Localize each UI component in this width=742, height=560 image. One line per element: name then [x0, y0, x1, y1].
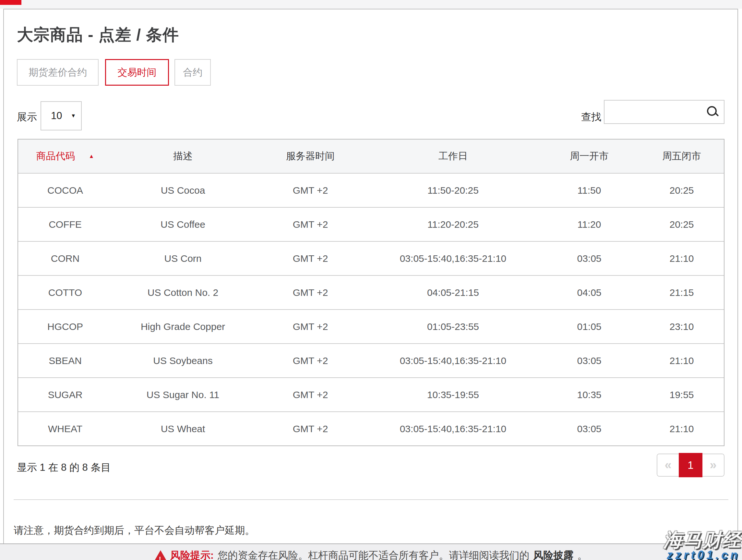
col-header-code-label: 商品代码: [36, 150, 75, 163]
table-row: SUGAR US Sugar No. 11 GMT +2 10:35-19:55…: [18, 377, 724, 411]
cell-code: COTTO: [18, 287, 112, 298]
table-row: COTTO US Cotton No. 2 GMT +2 04:05-21:15…: [18, 275, 724, 309]
col-header-friday-close[interactable]: 周五闭市: [639, 150, 724, 163]
cell-workday: 11:20-20:25: [367, 219, 539, 230]
cell-server-time: GMT +2: [254, 219, 367, 230]
cell-monday-open: 11:20: [539, 219, 639, 230]
risk-label: 风险提示:: [170, 549, 214, 560]
risk-text: 您的资金存在风险。杠杆商品可能不适合所有客户。请详细阅读我们的: [218, 549, 529, 560]
search-label: 查找: [581, 110, 601, 124]
cell-server-time: GMT +2: [254, 389, 367, 400]
tab-futures-cfd[interactable]: 期货差价合约: [17, 59, 99, 86]
commodities-table: 商品代码 ▲ 描述 服务器时间 工作日 周一开市 周五闭市 COCOA US C…: [17, 139, 725, 446]
cell-monday-open: 10:35: [539, 389, 639, 400]
col-header-workday[interactable]: 工作日: [367, 150, 539, 163]
cell-workday: 03:05-15:40,16:35-21:10: [367, 423, 539, 435]
next-page-button[interactable]: »: [702, 454, 724, 476]
cell-code: WHEAT: [18, 423, 112, 435]
cell-code: COFFE: [18, 219, 112, 230]
prev-page-button[interactable]: «: [657, 454, 679, 476]
current-page-button[interactable]: 1: [679, 453, 702, 477]
top-left-red-mark: [0, 0, 21, 5]
col-header-monday-open[interactable]: 周一开市: [539, 150, 639, 163]
warning-bang: !: [159, 553, 161, 560]
page-size-value: 10: [41, 110, 62, 122]
search-input[interactable]: [604, 101, 724, 123]
cell-desc: US Cotton No. 2: [112, 287, 254, 298]
tab-trading-hours[interactable]: 交易时间: [105, 59, 169, 86]
cell-server-time: GMT +2: [254, 321, 367, 332]
pagination: « 1 »: [657, 454, 725, 476]
cell-workday: 03:05-15:40,16:35-21:10: [367, 355, 539, 366]
table-row: COFFE US Coffee GMT +2 11:20-20:25 11:20…: [18, 207, 724, 241]
sort-asc-icon: ▲: [89, 153, 94, 160]
expiry-note: 请注意，期货合约到期后，平台不会自动帮客户延期。: [14, 524, 255, 537]
page-size-select[interactable]: 10 ▼: [41, 101, 82, 131]
col-header-server-time[interactable]: 服务器时间: [254, 150, 367, 163]
cell-workday: 04:05-21:15: [367, 287, 539, 298]
cell-code: SBEAN: [18, 355, 112, 366]
cell-monday-open: 03:05: [539, 355, 639, 366]
cell-server-time: GMT +2: [254, 355, 367, 366]
show-label: 展示: [17, 110, 37, 124]
top-strip: [0, 0, 742, 9]
tab-contract[interactable]: 合约: [174, 59, 211, 86]
cell-monday-open: 04:05: [539, 287, 639, 298]
table-row: COCOA US Cocoa GMT +2 11:50-20:25 11:50 …: [18, 173, 724, 207]
table-row: CORN US Corn GMT +2 03:05-15:40,16:35-21…: [18, 241, 724, 275]
cell-workday: 10:35-19:55: [367, 389, 539, 400]
cell-monday-open: 03:05: [539, 423, 639, 435]
chevron-down-icon: ▼: [71, 113, 76, 119]
cell-workday: 01:05-23:55: [367, 321, 539, 332]
search-box: [604, 100, 725, 124]
search-icon[interactable]: [706, 105, 719, 118]
table-row: SBEAN US Soybeans GMT +2 03:05-15:40,16:…: [18, 343, 724, 377]
warning-triangle-icon: !: [155, 550, 166, 560]
search-handle: [715, 113, 719, 116]
cell-workday: 11:50-20:25: [367, 185, 539, 196]
results-summary: 显示 1 在 8 的 8 条目: [17, 461, 111, 474]
cell-friday-close: 20:25: [639, 219, 724, 230]
table-row: HGCOP High Grade Copper GMT +2 01:05-23:…: [18, 309, 724, 343]
cell-desc: US Coffee: [112, 219, 254, 230]
col-header-desc[interactable]: 描述: [112, 150, 254, 163]
risk-suffix: 。: [577, 549, 587, 560]
cell-monday-open: 11:50: [539, 185, 639, 196]
cell-friday-close: 21:15: [639, 287, 724, 298]
cell-code: COCOA: [18, 185, 112, 196]
table-row: WHEAT US Wheat GMT +2 03:05-15:40,16:35-…: [18, 411, 724, 446]
cell-monday-open: 03:05: [539, 253, 639, 264]
cell-monday-open: 01:05: [539, 321, 639, 332]
search-lens: [707, 106, 717, 116]
risk-warning-row: ! 风险提示: 您的资金存在风险。杠杆商品可能不适合所有客户。请详细阅读我们的 …: [0, 549, 742, 560]
cell-friday-close: 21:10: [639, 253, 724, 264]
cell-server-time: GMT +2: [254, 185, 367, 196]
watermark-site: zzrt01.cn: [667, 548, 740, 560]
section-divider: [14, 499, 728, 500]
cell-code: CORN: [18, 253, 112, 264]
cell-friday-close: 21:10: [639, 423, 724, 435]
risk-disclosure-link[interactable]: 风险披露: [533, 549, 573, 560]
cell-workday: 03:05-15:40,16:35-21:10: [367, 253, 539, 264]
cell-friday-close: 21:10: [639, 355, 724, 366]
table-header-row: 商品代码 ▲ 描述 服务器时间 工作日 周一开市 周五闭市: [18, 140, 724, 173]
cell-friday-close: 20:25: [639, 185, 724, 196]
cell-desc: US Soybeans: [112, 355, 254, 366]
cell-desc: US Wheat: [112, 423, 254, 435]
cell-friday-close: 23:10: [639, 321, 724, 332]
cell-desc: US Sugar No. 11: [112, 389, 254, 400]
cell-friday-close: 19:55: [639, 389, 724, 400]
col-header-code[interactable]: 商品代码 ▲: [18, 150, 112, 163]
cell-desc: US Corn: [112, 253, 254, 264]
cell-desc: US Cocoa: [112, 185, 254, 196]
cell-server-time: GMT +2: [254, 253, 367, 264]
cell-code: HGCOP: [18, 321, 112, 332]
page-title: 大宗商品 - 点差 / 条件: [17, 24, 179, 46]
cell-server-time: GMT +2: [254, 423, 367, 435]
cell-code: SUGAR: [18, 389, 112, 400]
cell-server-time: GMT +2: [254, 287, 367, 298]
cell-desc: High Grade Copper: [112, 321, 254, 332]
